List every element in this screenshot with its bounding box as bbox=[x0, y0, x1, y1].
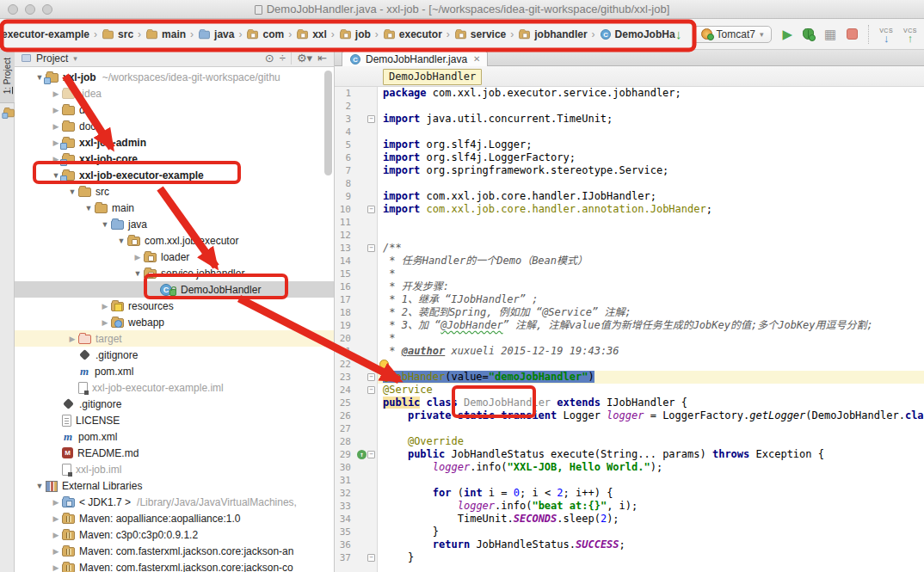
fold-marker-icon[interactable]: − bbox=[367, 244, 375, 252]
breadcrumb-item-job[interactable]: job bbox=[339, 28, 371, 40]
tree-toggle-icon[interactable]: ▼ bbox=[115, 237, 127, 245]
tree-toggle-icon[interactable]: ▶ bbox=[50, 563, 62, 572]
tree-item-pom-xml[interactable]: mpom.xml bbox=[15, 363, 334, 379]
breadcrumb-item-xxl[interactable]: xxl bbox=[296, 28, 327, 40]
breadcrumb-item-java[interactable]: java bbox=[198, 28, 234, 40]
tree-toggle-icon[interactable]: ▶ bbox=[50, 122, 62, 131]
tree-toggle-icon[interactable]: ▼ bbox=[132, 269, 144, 278]
tree-item-xxl-job-executor-example-iml[interactable]: xxl-job-executor-example.iml bbox=[15, 379, 334, 396]
tree-item-maven-com-fasterxml-jackson-core-jackson-an[interactable]: ▶Maven: com.fasterxml.jackson.core:jacks… bbox=[15, 543, 334, 559]
tree-toggle-icon[interactable]: ▼ bbox=[66, 188, 78, 196]
fold-marker-icon[interactable]: − bbox=[367, 115, 375, 123]
tree-item-src[interactable]: ▼src bbox=[15, 183, 334, 200]
tree-item-java[interactable]: ▼java bbox=[15, 216, 334, 232]
tree-item-xxl-job-admin[interactable]: ▶xxl-job-admin bbox=[15, 134, 334, 151]
tree-scrollbar-thumb[interactable] bbox=[324, 71, 332, 175]
tree-item--idea[interactable]: ▶.idea bbox=[15, 85, 334, 101]
settings-gear-button[interactable]: ⚙▾ bbox=[297, 52, 312, 64]
tree-item-demojobhandler[interactable]: CDemoJobHandler bbox=[15, 281, 334, 298]
tree-item-target[interactable]: ▶target bbox=[15, 330, 334, 347]
folder-icon bbox=[146, 31, 157, 39]
chevron-down-icon[interactable]: ▾ bbox=[73, 54, 77, 63]
breadcrumb-item-executor[interactable]: executor bbox=[383, 28, 442, 40]
chevron-right-icon: › bbox=[238, 28, 242, 40]
tree-toggle-icon[interactable]: ▶ bbox=[50, 498, 62, 507]
collapse-all-button[interactable]: ÷ bbox=[280, 52, 286, 64]
tree-item-xxl-job-executor-example[interactable]: ▼xxl-job-executor-example bbox=[15, 167, 334, 183]
line-number: 18 bbox=[335, 306, 354, 319]
tree-item-label: xxl-job-core bbox=[79, 153, 138, 165]
tree-item-license[interactable]: LICENSE bbox=[15, 412, 334, 428]
fold-marker-icon[interactable]: − bbox=[367, 386, 375, 394]
tree-item--gitignore[interactable]: .gitignore bbox=[15, 347, 334, 363]
run-button[interactable]: ▶ bbox=[782, 28, 792, 40]
gutter-row: 12 bbox=[335, 229, 377, 242]
tree-item-readme-md[interactable]: MREADME.md bbox=[15, 445, 334, 461]
vcs-commit-button[interactable]: VCS ↑ bbox=[903, 27, 917, 42]
fold-marker-icon[interactable]: − bbox=[367, 451, 375, 458]
intention-bulb-icon[interactable] bbox=[379, 360, 389, 369]
fold-marker-icon[interactable]: − bbox=[367, 554, 375, 562]
tree-item-xxl-job[interactable]: ▼xxl-job~/workspaces/idea-git-workspace/… bbox=[15, 69, 334, 85]
tree-item--gitignore[interactable]: .gitignore bbox=[15, 396, 334, 412]
breadcrumb-item-jobhandler[interactable]: jobhandler bbox=[518, 28, 587, 40]
debug-button[interactable] bbox=[803, 28, 814, 40]
tree-item-maven-c3p0-c3p0-0-9-1-2[interactable]: ▶Maven: c3p0:c3p0:0.9.1.2 bbox=[15, 526, 334, 543]
fold-marker-icon[interactable]: − bbox=[367, 206, 375, 213]
tree-item-db[interactable]: ▶db bbox=[15, 101, 334, 118]
tree-item-xxl-job-iml[interactable]: xxl-job.iml bbox=[15, 461, 334, 477]
gutter-row: 21 bbox=[335, 345, 377, 358]
tree-item-webapp[interactable]: ▶webapp bbox=[15, 314, 334, 330]
tree-toggle-icon[interactable]: ▶ bbox=[50, 514, 62, 523]
tree-toggle-icon[interactable]: ▶ bbox=[99, 318, 111, 327]
tree-item-doc[interactable]: ▶doc bbox=[15, 118, 334, 134]
tree-toggle-icon[interactable]: ▼ bbox=[99, 220, 111, 229]
tree-item-resources[interactable]: ▶resources bbox=[15, 298, 334, 314]
code-line: * 2、装配到Spring, 例如加 “@Service” 注解; bbox=[383, 306, 924, 319]
tree-item-label: target bbox=[95, 333, 122, 345]
tree-toggle-icon[interactable]: ▶ bbox=[66, 335, 78, 343]
line-number: 5 bbox=[335, 138, 354, 151]
folder-icon bbox=[78, 188, 91, 197]
tree-item-pom-xml[interactable]: mpom.xml bbox=[15, 428, 334, 445]
tree-toggle-icon[interactable]: ▶ bbox=[50, 89, 62, 98]
tree-item-loader[interactable]: ▶loader bbox=[15, 249, 334, 265]
tree-item-main[interactable]: ▼main bbox=[15, 200, 334, 216]
tree-toggle-icon[interactable]: ▼ bbox=[34, 482, 46, 490]
line-number: 32 bbox=[335, 487, 354, 500]
coverage-button[interactable]: ▦ bbox=[824, 28, 836, 40]
tree-item-maven-com-fasterxml-jackson-core-jackson-co[interactable]: ▶Maven: com.fasterxml.jackson.core:jacks… bbox=[15, 559, 334, 572]
tree-toggle-icon[interactable]: ▶ bbox=[99, 302, 111, 311]
tree-item-service-jobhandler[interactable]: ▼service.jobhandler bbox=[15, 265, 334, 281]
tree-item-maven-aopalliance-aopalliance-1-0[interactable]: ▶Maven: aopalliance:aopalliance:1.0 bbox=[15, 510, 334, 526]
breadcrumb-item-com[interactable]: com bbox=[246, 28, 284, 40]
gutter-row: 16 bbox=[335, 280, 377, 293]
tree-toggle-icon[interactable]: ▶ bbox=[132, 253, 144, 261]
close-tab-icon[interactable]: ✕ bbox=[473, 54, 480, 64]
incoming-changes-icon[interactable]: ↓ bbox=[675, 27, 682, 41]
override-marker-icon[interactable]: ↑ bbox=[357, 450, 367, 459]
tree-item-external-libraries[interactable]: ▼External Libraries bbox=[15, 477, 334, 494]
vcs-update-button[interactable]: VCS ↓ bbox=[879, 27, 893, 42]
tree-toggle-icon[interactable]: ▶ bbox=[50, 531, 62, 539]
hide-panel-button[interactable]: ⇤ bbox=[317, 52, 327, 64]
tree-toggle-icon[interactable]: ▶ bbox=[50, 547, 62, 556]
stop-button[interactable] bbox=[847, 28, 858, 40]
run-configuration-selector[interactable]: Tomcat7 ▾ bbox=[693, 26, 773, 43]
breadcrumb-item-demojobhandler[interactable]: CDemoJobHandler bbox=[600, 28, 675, 40]
breadcrumb-item-executor-example[interactable]: executor-example bbox=[2, 28, 89, 40]
breadcrumb-item-main[interactable]: main bbox=[145, 28, 186, 40]
code-editor[interactable]: package com.xxl.job.executor.service.job… bbox=[378, 87, 924, 572]
breadcrumb-item-service[interactable]: service bbox=[454, 28, 506, 40]
tree-item-xxl-job-core[interactable]: ▶xxl-job-core bbox=[15, 151, 334, 167]
tree-item--jdk1-7-[interactable]: ▶< JDK1.7 >/Library/Java/JavaVirtualMach… bbox=[15, 494, 334, 510]
editor-tab-demojobhandler[interactable]: C DemoJobHandler.java ✕ bbox=[342, 51, 488, 66]
fold-marker-icon[interactable]: − bbox=[367, 373, 375, 381]
package-icon bbox=[127, 237, 140, 246]
locate-file-button[interactable]: ⊙ bbox=[265, 52, 274, 64]
tree-toggle-icon[interactable]: ▼ bbox=[83, 204, 95, 212]
breadcrumb-item-src[interactable]: src bbox=[102, 28, 133, 40]
tree-toggle-icon[interactable]: ▶ bbox=[50, 106, 62, 114]
tree-item-com-xxl-job-executor[interactable]: ▼com.xxl.job.executor bbox=[15, 232, 334, 249]
project-tool-window-tab[interactable]: 1: Project bbox=[0, 50, 15, 103]
